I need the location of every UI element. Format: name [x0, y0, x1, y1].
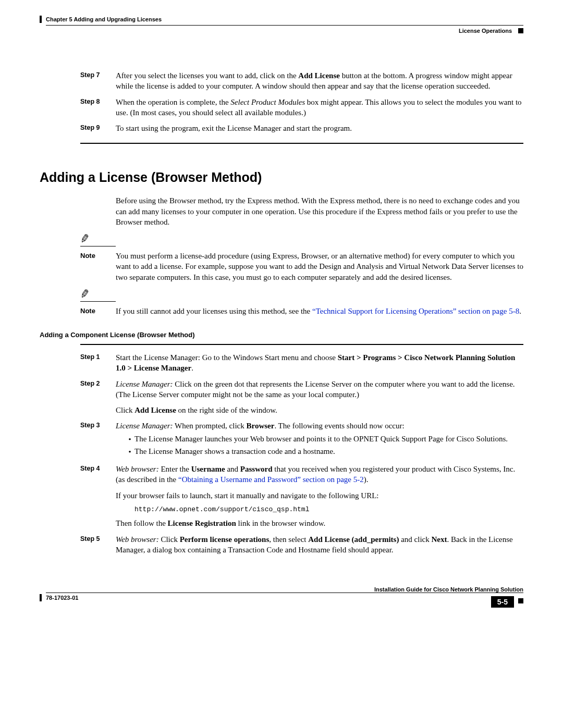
step-row: Step 5Web browser: Click Perform license…	[40, 534, 523, 556]
page-header: Chapter 5 Adding and Upgrading Licenses …	[40, 16, 523, 34]
section-heading: Adding a License (Browser Method)	[40, 170, 523, 185]
steps-top-list: Step 7After you select the licenses you …	[40, 70, 523, 133]
step-label: Step 5	[80, 534, 116, 556]
step-row: Step 1Start the License Manager: Go to t…	[40, 352, 523, 374]
step-label: Step 3	[80, 421, 116, 459]
note-label: Note	[80, 252, 116, 260]
footer-doc-title: Installation Guide for Cisco Network Pla…	[40, 586, 523, 593]
step-row: Step 9To start using the program, exit t…	[40, 123, 523, 133]
bullet-icon: •	[125, 434, 134, 444]
pencil-icon: ✎	[80, 289, 91, 299]
note-label: Note	[80, 307, 116, 315]
step-body: When the operation is complete, the Sele…	[116, 97, 523, 118]
subheading: Adding a Component License (Browser Meth…	[40, 331, 523, 339]
section-divider	[80, 143, 523, 144]
page: Chapter 5 Adding and Upgrading Licenses …	[0, 0, 563, 623]
note-text: You must perform a license-add procedure…	[116, 251, 523, 282]
steps-bottom-list: Step 1Start the License Manager: Go to t…	[40, 352, 523, 555]
step-row: Step 4Web browser: Enter the Username an…	[40, 464, 523, 529]
step-body: Start the License Manager: Go to the Win…	[116, 352, 523, 374]
step-row: Step 8When the operation is complete, th…	[40, 97, 523, 118]
bullet-icon: •	[125, 446, 134, 456]
intro-paragraph: Before using the Browser method, try the…	[116, 195, 523, 227]
page-footer: Installation Guide for Cisco Network Pla…	[40, 586, 523, 608]
bullet-item: •The License Manager shows a transaction…	[125, 446, 523, 456]
step-row: Step 7After you select the licenses you …	[40, 70, 523, 92]
header-rule	[46, 25, 523, 26]
footer-doc-number: 78-17023-01	[46, 595, 78, 601]
step-label: Step 9	[80, 123, 116, 133]
step-body: License Manager: Click on the green dot …	[116, 379, 523, 416]
step-body: After you select the licenses you want t…	[116, 70, 523, 92]
step-row: Step 2License Manager: Click on the gree…	[40, 379, 523, 416]
step-body: To start using the program, exit the Lic…	[116, 123, 523, 133]
note-1: ✎ Note You must perform a license-add pr…	[40, 235, 523, 282]
footer-rule	[46, 593, 523, 593]
footer-bar-icon	[40, 594, 42, 601]
step-body: Web browser: Click Perform license opera…	[116, 534, 523, 556]
step-label: Step 8	[80, 97, 116, 118]
procedure-divider	[80, 344, 523, 345]
pencil-icon: ✎	[80, 234, 91, 244]
step-label: Step 4	[80, 464, 116, 529]
page-number: 5-5	[491, 596, 514, 608]
header-section: License Operations	[459, 28, 514, 34]
bullet-item: •The License Manager launches your Web b…	[125, 434, 523, 444]
step-label: Step 2	[80, 379, 116, 416]
content-area: Step 7After you select the licenses you …	[40, 70, 523, 555]
step-row: Step 3License Manager: When prompted, cl…	[40, 421, 523, 459]
note-text: If you still cannot add your licenses us…	[116, 306, 523, 316]
step-label: Step 7	[80, 70, 116, 92]
step-label: Step 1	[80, 352, 116, 374]
step-body: Web browser: Enter the Username and Pass…	[116, 464, 523, 529]
note-2: ✎ Note If you still cannot add your lice…	[40, 290, 523, 316]
header-square-icon	[518, 28, 523, 33]
step-body: License Manager: When prompted, click Br…	[116, 421, 523, 459]
chapter-title: Chapter 5 Adding and Upgrading Licenses	[46, 16, 162, 22]
footer-square-icon	[518, 598, 523, 603]
header-bar-icon	[40, 16, 42, 23]
